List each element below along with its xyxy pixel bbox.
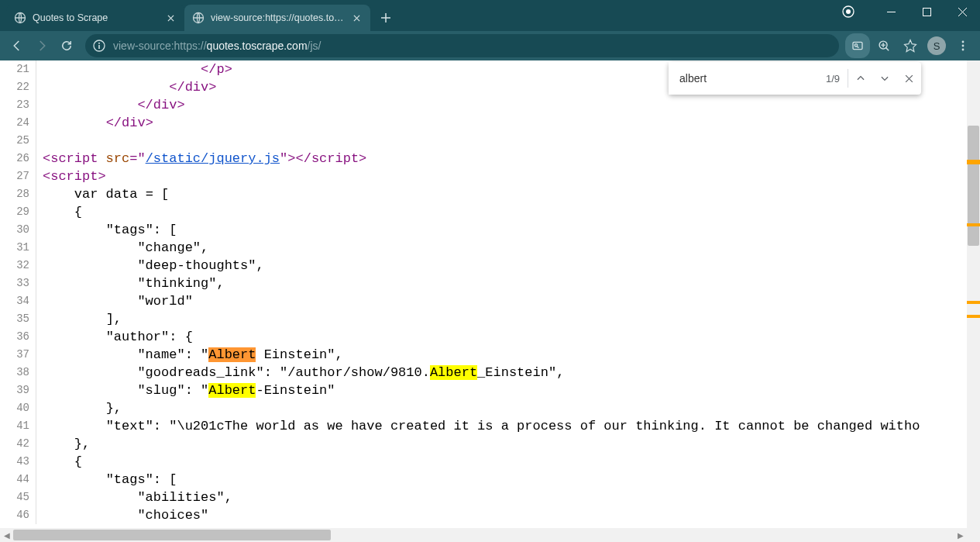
- scroll-left-arrow[interactable]: ◀: [0, 528, 13, 542]
- scrollbar-match-marker: [967, 161, 980, 164]
- svg-rect-7: [98, 45, 100, 49]
- tab-close-button[interactable]: [164, 12, 177, 24]
- source-line[interactable]: [43, 132, 980, 150]
- find-next-button[interactable]: [872, 62, 896, 95]
- vertical-scrollbar[interactable]: [967, 60, 980, 528]
- browser-titlebar: Quotes to Scrape view-source:https://quo…: [0, 0, 980, 31]
- find-prev-button[interactable]: [848, 62, 872, 95]
- source-line[interactable]: </div>: [43, 96, 980, 114]
- menu-kebab-icon[interactable]: [951, 33, 975, 58]
- page-content: 2122232425262728293031323334353637383940…: [0, 60, 980, 542]
- reload-button[interactable]: [54, 33, 79, 58]
- svg-point-6: [98, 43, 100, 44]
- bookmark-star-icon[interactable]: [898, 33, 923, 58]
- source-line[interactable]: ],: [43, 310, 980, 328]
- source-line[interactable]: "tags": [: [43, 471, 980, 488]
- vertical-scrollbar-thumb[interactable]: [968, 126, 979, 246]
- source-line[interactable]: "thinking",: [43, 274, 980, 292]
- tab-active[interactable]: view-source:https://quotes.toscra: [184, 5, 370, 31]
- source-line[interactable]: "world": [43, 292, 980, 310]
- source-line[interactable]: "goodreads_link": "/author/show/9810.Alb…: [43, 364, 980, 381]
- source-line[interactable]: },: [43, 435, 980, 453]
- account-indicator-icon[interactable]: [842, 5, 854, 18]
- tab-title: Quotes to Scrape: [33, 12, 160, 23]
- window-controls: [842, 0, 980, 23]
- forward-button[interactable]: [29, 33, 54, 58]
- source-line[interactable]: var data = [: [43, 185, 980, 203]
- window-close-button[interactable]: [944, 0, 980, 23]
- tab-strip: Quotes to Scrape view-source:https://quo…: [0, 5, 397, 31]
- site-info-icon[interactable]: [93, 40, 105, 52]
- tab-inactive[interactable]: Quotes to Scrape: [6, 5, 184, 31]
- source-view[interactable]: 2122232425262728293031323334353637383940…: [0, 60, 980, 524]
- svg-point-9: [854, 44, 857, 47]
- source-line[interactable]: },: [43, 399, 980, 417]
- zoom-icon[interactable]: [872, 33, 896, 58]
- scrollbar-match-marker: [967, 315, 980, 318]
- source-line[interactable]: "author": {: [43, 328, 980, 346]
- search-image-icon[interactable]: [845, 33, 870, 58]
- window-minimize-button[interactable]: [873, 0, 909, 23]
- address-bar[interactable]: view-source:https://quotes.toscrape.com/…: [85, 34, 839, 57]
- source-line[interactable]: "slug": "Albert-Einstein": [43, 381, 980, 399]
- source-code[interactable]: </p> </div> </div> </div><script src="/s…: [36, 60, 980, 524]
- source-line[interactable]: "text": "\u201cThe world as we have crea…: [43, 417, 980, 435]
- svg-point-13: [962, 49, 965, 51]
- source-line[interactable]: {: [43, 203, 980, 221]
- source-line[interactable]: <script>: [43, 167, 980, 185]
- scrollbar-match-marker: [967, 223, 980, 226]
- new-tab-button[interactable]: [375, 7, 397, 29]
- globe-icon: [14, 12, 26, 24]
- scroll-right-arrow[interactable]: ▶: [954, 528, 967, 542]
- source-line[interactable]: {: [43, 453, 980, 471]
- tab-close-button[interactable]: [350, 12, 363, 24]
- globe-icon: [192, 12, 205, 24]
- source-line[interactable]: "name": "Albert Einstein",: [43, 346, 980, 364]
- toolbar-actions: S: [845, 33, 975, 58]
- source-line[interactable]: "choices": [43, 506, 980, 524]
- horizontal-scrollbar-thumb[interactable]: [13, 530, 331, 540]
- back-button[interactable]: [5, 33, 29, 58]
- browser-toolbar: view-source:https://quotes.toscrape.com/…: [0, 31, 980, 60]
- scrollbar-match-marker: [967, 301, 980, 304]
- source-line[interactable]: "abilities",: [43, 488, 980, 506]
- line-number-gutter: 2122232425262728293031323334353637383940…: [0, 60, 36, 524]
- profile-avatar[interactable]: S: [927, 36, 946, 55]
- source-line[interactable]: "deep-thoughts",: [43, 257, 980, 274]
- scrollbar-corner: [967, 528, 980, 542]
- find-in-page-bar: 1/9: [669, 62, 921, 95]
- svg-point-12: [962, 45, 965, 47]
- source-line[interactable]: </div>: [43, 114, 980, 132]
- source-line[interactable]: "tags": [: [43, 221, 980, 239]
- source-line[interactable]: <script src="/static/jquery.js"></script…: [43, 150, 980, 167]
- url-text: view-source:https://quotes.toscrape.com/…: [113, 40, 321, 52]
- horizontal-scrollbar[interactable]: ◀ ▶: [0, 528, 967, 542]
- find-input[interactable]: [669, 62, 826, 95]
- find-close-button[interactable]: [897, 62, 921, 95]
- svg-point-11: [962, 41, 965, 43]
- tab-title: view-source:https://quotes.toscra: [211, 12, 346, 23]
- svg-rect-4: [923, 8, 930, 16]
- svg-point-3: [846, 9, 851, 14]
- window-maximize-button[interactable]: [909, 0, 944, 23]
- find-match-count: 1/9: [826, 73, 848, 85]
- source-line[interactable]: "change",: [43, 239, 980, 257]
